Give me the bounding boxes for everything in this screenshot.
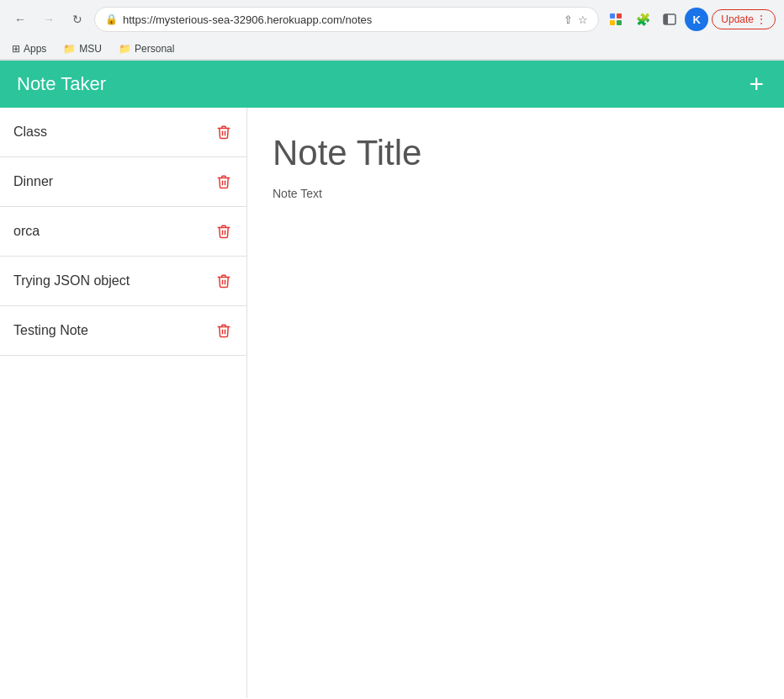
forward-button[interactable]: → — [37, 8, 61, 31]
note-title-testing-note: Testing Note — [13, 323, 88, 338]
note-item-dinner[interactable]: Dinner — [0, 157, 246, 207]
bookmark-label-msu: MSU — [79, 43, 102, 55]
note-text: Note Text — [273, 187, 759, 200]
note-title: Note Title — [273, 133, 759, 173]
star-icon: ☆ — [578, 13, 588, 26]
browser-toolbar: ← → ↻ 🔒 https://mysterious-sea-32906.her… — [0, 0, 784, 39]
profile-button[interactable]: K — [685, 8, 708, 31]
svg-rect-5 — [664, 14, 668, 24]
bookmark-label-personal: Personal — [135, 43, 174, 55]
browser-chrome: ← → ↻ 🔒 https://mysterious-sea-32906.her… — [0, 0, 784, 61]
bookmark-icon-personal: 📁 — [119, 43, 131, 55]
note-item-class[interactable]: Class — [0, 108, 246, 157]
delete-note-class[interactable] — [215, 123, 233, 141]
update-button[interactable]: Update ⋮ — [712, 9, 776, 29]
delete-note-dinner[interactable] — [215, 172, 233, 191]
bookmarks-bar: ⊞Apps📁MSU📁Personal — [0, 39, 784, 60]
note-title-orca: orca — [13, 224, 40, 239]
app-body: Class Dinner orca Trying JSON object Tes… — [0, 108, 784, 698]
app-title: Note Taker — [17, 73, 106, 95]
bookmark-icon-msu: 📁 — [63, 43, 76, 55]
notes-sidebar: Class Dinner orca Trying JSON object Tes… — [0, 108, 247, 698]
bookmark-personal[interactable]: 📁Personal — [115, 41, 177, 56]
note-item-trying-json[interactable]: Trying JSON object — [0, 257, 246, 306]
note-item-orca[interactable]: orca — [0, 207, 246, 257]
svg-rect-2 — [610, 20, 615, 25]
main-content: Note Title Note Text — [247, 108, 784, 698]
url-text: https://mysterious-sea-32906.herokuapp.c… — [123, 13, 559, 26]
delete-note-testing-note[interactable] — [215, 321, 233, 340]
lock-icon: 🔒 — [105, 13, 118, 25]
note-title-class: Class — [13, 124, 47, 140]
bookmark-apps[interactable]: ⊞Apps — [8, 41, 50, 56]
note-item-testing-note[interactable]: Testing Note — [0, 306, 246, 356]
delete-note-orca[interactable] — [215, 222, 233, 241]
app-header: Note Taker + — [0, 61, 784, 108]
browser-actions: 🧩 K Update ⋮ — [604, 8, 776, 31]
note-title-trying-json: Trying JSON object — [13, 273, 130, 289]
bookmark-msu[interactable]: 📁MSU — [60, 41, 105, 56]
sidebar-toggle[interactable] — [658, 8, 681, 31]
note-title-dinner: Dinner — [13, 174, 53, 189]
bookmark-label-apps: Apps — [24, 43, 46, 55]
back-button[interactable]: ← — [8, 8, 32, 31]
add-note-button[interactable]: + — [745, 71, 767, 97]
svg-rect-1 — [617, 13, 622, 19]
share-icon: ⇧ — [564, 13, 573, 26]
delete-note-trying-json[interactable] — [215, 272, 233, 290]
update-chevron: ⋮ — [756, 13, 766, 25]
extension-icon-1[interactable] — [604, 8, 628, 31]
svg-rect-0 — [610, 13, 615, 19]
extension-icon-2[interactable]: 🧩 — [631, 8, 654, 31]
address-bar[interactable]: 🔒 https://mysterious-sea-32906.herokuapp… — [94, 7, 599, 32]
bookmark-icon-apps: ⊞ — [12, 43, 20, 55]
reload-button[interactable]: ↻ — [66, 8, 89, 31]
svg-rect-3 — [617, 20, 622, 25]
